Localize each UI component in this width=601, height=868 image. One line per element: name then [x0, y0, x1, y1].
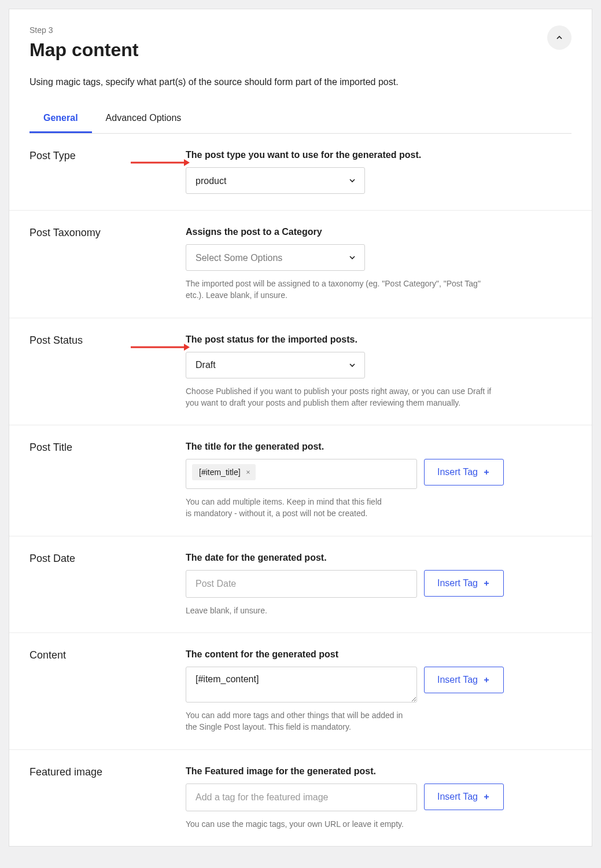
- plus-icon: [482, 468, 491, 476]
- help-text: You can add more tags and other things t…: [186, 709, 411, 733]
- post-date-input[interactable]: [186, 570, 417, 598]
- field-label: The Featured image for the generated pos…: [186, 766, 571, 777]
- button-label: Insert Tag: [437, 675, 478, 685]
- post-taxonomy-select[interactable]: Select Some Options: [186, 244, 365, 271]
- content-input[interactable]: [#item_content]: [186, 667, 417, 703]
- section-post-status: Post Status The post status for the impo…: [9, 318, 592, 426]
- tag-chip: [#item_title]: [192, 464, 256, 480]
- help-text: Leave blank, if unsure.: [186, 605, 498, 616]
- card-header: Step 3 Map content Using magic tags, spe…: [9, 9, 592, 134]
- section-label: Content: [30, 649, 174, 733]
- section-label: Post Title: [30, 442, 174, 520]
- help-text: You can use the magic tags, your own URL…: [186, 818, 498, 830]
- insert-tag-button[interactable]: Insert Tag: [424, 459, 504, 486]
- section-post-title: Post Title The title for the generated p…: [9, 425, 592, 536]
- tab-general[interactable]: General: [30, 105, 92, 133]
- section-content: Assigns the post to a Category Select So…: [186, 227, 571, 301]
- step-label: Step 3: [30, 25, 571, 35]
- select-wrapper: Select Some Options: [186, 244, 365, 271]
- arrow-indicator-icon: [131, 158, 190, 167]
- section-label: Post Type: [30, 150, 174, 194]
- collapse-button[interactable]: [547, 25, 571, 50]
- section-content-field: Content The content for the generated po…: [9, 633, 592, 750]
- field-label: The date for the generated post.: [186, 553, 571, 563]
- close-icon: [245, 469, 251, 475]
- plus-icon: [482, 579, 491, 587]
- section-content: The post status for the imported posts. …: [186, 334, 571, 409]
- page-title: Map content: [30, 39, 571, 61]
- select-wrapper: Draft: [186, 352, 365, 378]
- button-label: Insert Tag: [437, 467, 478, 477]
- help-text: You can add multiple items. Keep in mind…: [186, 496, 382, 520]
- field-label: Assigns the post to a Category: [186, 227, 571, 237]
- input-row: Insert Tag: [186, 570, 571, 598]
- plus-icon: [482, 793, 491, 801]
- section-post-date: Post Date The date for the generated pos…: [9, 536, 592, 633]
- input-row: [#item_title] Insert Tag: [186, 459, 571, 489]
- insert-tag-button[interactable]: Insert Tag: [424, 784, 504, 810]
- plus-icon: [482, 676, 491, 684]
- insert-tag-button[interactable]: Insert Tag: [424, 570, 504, 597]
- field-label: The post type you want to use for the ge…: [186, 150, 571, 160]
- chevron-up-icon: [555, 33, 564, 42]
- field-label: The post status for the imported posts.: [186, 334, 571, 345]
- tag-remove-button[interactable]: [245, 469, 251, 475]
- post-title-input[interactable]: [#item_title]: [186, 459, 417, 489]
- featured-image-input[interactable]: [186, 784, 417, 811]
- section-content: The title for the generated post. [#item…: [186, 442, 571, 520]
- section-featured-image: Featured image The Featured image for th…: [9, 750, 592, 846]
- tag-chip-label: [#item_title]: [199, 468, 241, 477]
- button-label: Insert Tag: [437, 792, 478, 802]
- tab-advanced-options[interactable]: Advanced Options: [92, 105, 196, 133]
- field-label: The content for the generated post: [186, 649, 571, 660]
- help-text: Choose Published if you want to publish …: [186, 385, 498, 409]
- section-post-type: Post Type The post type you want to use …: [9, 134, 592, 211]
- post-type-select[interactable]: product: [186, 167, 365, 194]
- svg-marker-1: [184, 159, 190, 166]
- svg-marker-3: [184, 344, 190, 351]
- section-content: The content for the generated post [#ite…: [186, 649, 571, 733]
- post-status-select[interactable]: Draft: [186, 352, 365, 378]
- field-label: The title for the generated post.: [186, 442, 571, 452]
- section-post-taxonomy: Post Taxonomy Assigns the post to a Cate…: [9, 211, 592, 318]
- section-content: The Featured image for the generated pos…: [186, 766, 571, 830]
- section-label: Featured image: [30, 766, 174, 830]
- button-label: Insert Tag: [437, 578, 478, 589]
- help-text: The imported post will be assigned to a …: [186, 278, 498, 301]
- insert-tag-button[interactable]: Insert Tag: [424, 667, 504, 693]
- section-content: The date for the generated post. Insert …: [186, 553, 571, 616]
- input-row: [#item_content] Insert Tag: [186, 667, 571, 703]
- section-content: The post type you want to use for the ge…: [186, 150, 571, 194]
- map-content-card: Step 3 Map content Using magic tags, spe…: [9, 9, 592, 847]
- section-label: Post Taxonomy: [30, 227, 174, 301]
- tabs: General Advanced Options: [30, 105, 571, 134]
- input-row: Insert Tag: [186, 784, 571, 811]
- section-label: Post Date: [30, 553, 174, 616]
- arrow-indicator-icon: [131, 343, 190, 352]
- select-wrapper: product: [186, 167, 365, 194]
- step-description: Using magic tags, specify what part(s) o…: [30, 77, 571, 87]
